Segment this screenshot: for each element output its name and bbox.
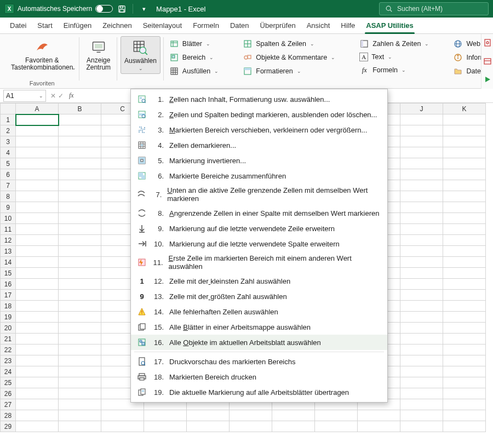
row-header-18[interactable]: 18 [1,301,16,312]
cell-A26[interactable] [16,388,59,399]
cell-B2[interactable] [59,125,101,136]
col-header-J[interactable]: J [400,104,443,114]
menu-item-2[interactable]: 2. Zeilen und Spalten bedingt markieren,… [131,107,387,122]
cell-B12[interactable] [59,235,101,246]
quick-access-overflow-icon[interactable]: ▾ [139,3,150,14]
cell-J18[interactable] [400,301,443,312]
tab-hilfe[interactable]: Hilfe [335,18,360,33]
cell-B22[interactable] [59,344,101,355]
cell-A13[interactable] [16,246,59,257]
menu-item-13[interactable]: 9 13. Zelle mit der größten Zahl auswähl… [131,289,387,304]
cell-H28[interactable] [315,410,358,421]
cell-A11[interactable] [16,224,59,235]
cell-K15[interactable] [443,268,486,279]
row-header-3[interactable]: 3 [1,136,16,147]
cell-B3[interactable] [59,136,101,147]
cell-B7[interactable] [59,180,101,191]
cell-B19[interactable] [59,312,101,323]
cell-A4[interactable] [16,147,59,158]
menu-item-17[interactable]: 17. Druckvorschau des markierten Bereich… [131,354,387,369]
cell-J10[interactable] [400,213,443,224]
cell-K29[interactable] [443,421,486,432]
cell-B14[interactable] [59,257,101,268]
autosave-toggle[interactable]: Automatisches Speichern [18,5,113,13]
cell-K1[interactable] [443,114,486,125]
cell-K18[interactable] [443,301,486,312]
cell-B10[interactable] [59,213,101,224]
menu-item-11[interactable]: 11. Erste Zelle im markierten Bereich mi… [131,251,387,273]
row-header-16[interactable]: 16 [1,279,16,290]
cell-H29[interactable] [315,421,358,432]
cell-A22[interactable] [16,344,59,355]
spalten-zeilen-button[interactable]: Spalten & Zeilen⌄ [240,37,337,50]
row-header-22[interactable]: 22 [1,344,16,355]
cell-J29[interactable] [400,421,443,432]
menu-item-12[interactable]: 1 12. Zelle mit der kleinsten Zahl auswä… [131,273,387,289]
cell-K22[interactable] [443,344,486,355]
cell-K21[interactable] [443,334,486,344]
cell-A2[interactable] [16,125,59,136]
menu-item-18[interactable]: 18. Markierten Bereich drucken [131,369,387,384]
formatieren-button[interactable]: Formatieren⌄ [240,65,337,78]
cell-B25[interactable] [59,377,101,388]
cell-J8[interactable] [400,191,443,202]
cell-J26[interactable] [400,388,443,399]
row-header-1[interactable]: 1 [1,114,16,125]
cell-C28[interactable] [101,410,144,421]
tab-seitenlayout[interactable]: Seitenlayout [137,18,188,33]
cell-J27[interactable] [400,399,443,410]
menu-item-3[interactable]: 3. Markierten Bereich verschieben, verkl… [131,122,387,137]
asap-play-icon[interactable] [484,76,491,85]
cell-A7[interactable] [16,180,59,191]
cell-K10[interactable] [443,213,486,224]
row-header-26[interactable]: 26 [1,388,16,399]
cell-J25[interactable] [400,377,443,388]
cell-J16[interactable] [400,279,443,290]
cell-K26[interactable] [443,388,486,399]
cell-A5[interactable] [16,158,59,169]
menu-item-14[interactable]: ! 14. Alle fehlerhaften Zellen auswählen [131,304,387,319]
cell-A3[interactable] [16,136,59,147]
cell-K27[interactable] [443,399,486,410]
blaetter-button[interactable]: Blätter⌄ [167,37,221,50]
cell-A20[interactable] [16,323,59,334]
cell-B6[interactable] [59,169,101,180]
cell-A19[interactable] [16,312,59,323]
auswaehlen-button[interactable]: Auswählen ⌄ [121,36,160,74]
formeln-button[interactable]: fxFormeln⌄ [357,64,431,77]
cell-A15[interactable] [16,268,59,279]
cell-E29[interactable] [187,421,230,432]
cell-J17[interactable] [400,290,443,301]
cell-A10[interactable] [16,213,59,224]
cancel-formula-icon[interactable]: ✕ [50,92,56,100]
ausfuellen-button[interactable]: Ausfüllen⌄ [167,65,221,78]
menu-item-19[interactable]: 19. Die aktuelle Markierung auf alle Arb… [131,384,387,400]
cell-C29[interactable] [101,421,144,432]
cell-J20[interactable] [400,323,443,334]
cell-K5[interactable] [443,158,486,169]
row-header-24[interactable]: 24 [1,366,16,377]
cell-K8[interactable] [443,191,486,202]
cell-J21[interactable] [400,334,443,344]
menu-item-5[interactable]: 5. Markierung invertieren... [131,153,387,168]
row-header-2[interactable]: 2 [1,125,16,136]
cell-A29[interactable] [16,421,59,432]
cell-F28[interactable] [230,410,272,421]
cell-B16[interactable] [59,279,101,290]
tab-ansicht[interactable]: Ansicht [301,18,336,33]
objekte-kommentare-button[interactable]: Objekte & Kommentare⌄ [240,51,337,64]
cell-B9[interactable] [59,202,101,213]
cell-B26[interactable] [59,388,101,399]
row-header-8[interactable]: 8 [1,191,16,202]
row-header-27[interactable]: 27 [1,399,16,410]
cell-A21[interactable] [16,334,59,344]
zahlen-zeiten-button[interactable]: Zahlen & Zeiten⌄ [357,37,431,50]
cell-D28[interactable] [144,410,187,421]
menu-item-4[interactable]: 4. Zellen demarkieren... [131,137,387,153]
tab-daten[interactable]: Daten [225,18,255,33]
favoriten-button[interactable]: Favoriten & Tastenkombinationen ⌄ [8,36,76,80]
cell-J2[interactable] [400,125,443,136]
save-icon[interactable] [116,3,127,14]
cell-K28[interactable] [443,410,486,421]
cell-G29[interactable] [272,421,315,432]
